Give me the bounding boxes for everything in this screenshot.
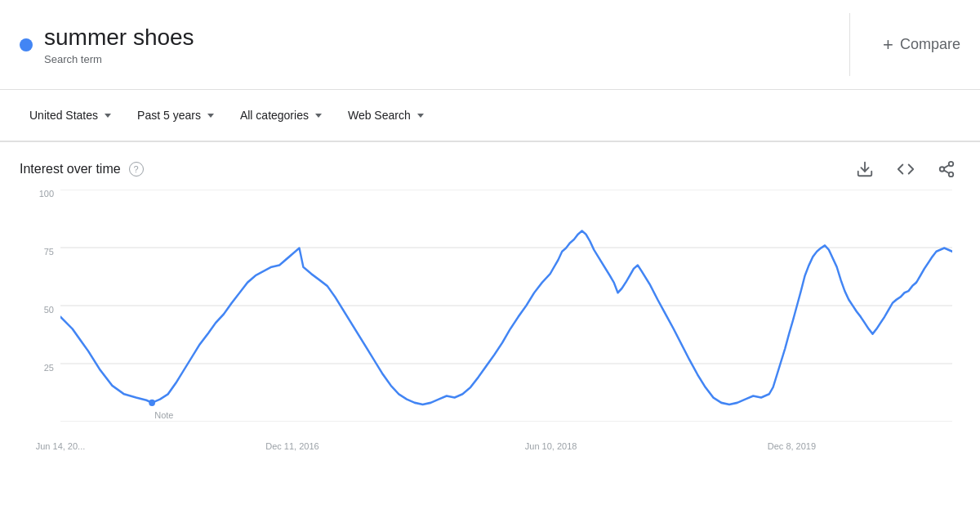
chart-title: Interest over time: [20, 162, 121, 177]
note-label: Note: [154, 410, 173, 420]
time-chevron-icon: [207, 114, 214, 118]
y-label-50: 50: [44, 306, 54, 315]
search-type-label: Web Search: [348, 109, 411, 122]
embed-button[interactable]: [892, 155, 920, 183]
x-label-dec2019: Dec 8, 2019: [768, 441, 816, 451]
chart-header: Interest over time ?: [20, 155, 960, 183]
search-term-section: summer shoes Search term: [20, 13, 850, 76]
chart-title-row: Interest over time ?: [20, 162, 144, 177]
y-label-100: 100: [39, 190, 54, 199]
compare-section: + Compare: [850, 34, 960, 56]
search-type-filter[interactable]: Web Search: [338, 102, 434, 128]
region-chevron-icon: [105, 114, 111, 118]
x-axis-labels: Jun 14, 20... Dec 11, 2016 Jun 10, 2018 …: [60, 423, 952, 451]
help-icon-label: ?: [134, 164, 139, 174]
categories-filter[interactable]: All categories: [230, 102, 332, 128]
time-range-label: Past 5 years: [137, 109, 201, 122]
compare-label: Compare: [900, 36, 960, 53]
download-icon: [856, 160, 874, 178]
chart-actions: [851, 155, 960, 183]
trend-line: [60, 230, 952, 404]
search-type-chevron-icon: [417, 114, 424, 118]
search-term-info: summer shoes Search term: [44, 24, 194, 65]
svg-line-5: [944, 165, 949, 168]
compare-plus-icon: +: [883, 34, 893, 56]
share-button[interactable]: [933, 155, 960, 183]
chart-container: 100 75 50 25 Jun 14, 2: [20, 190, 960, 451]
x-label-dec2016: Dec 11, 2016: [265, 441, 318, 451]
region-label: United States: [29, 109, 98, 122]
header: summer shoes Search term + Compare: [0, 0, 980, 90]
categories-label: All categories: [240, 109, 309, 122]
x-label-start: Jun 14, 20...: [36, 441, 86, 451]
share-icon: [938, 160, 956, 178]
y-axis-labels: 100 75 50 25: [20, 190, 59, 422]
term-color-dot: [20, 38, 33, 51]
y-label-75: 75: [44, 248, 54, 257]
chart-svg: [60, 190, 952, 422]
note-marker: [149, 400, 155, 406]
svg-line-4: [944, 170, 949, 173]
compare-button[interactable]: + Compare: [883, 34, 960, 56]
chart-section: Interest over time ?: [0, 142, 980, 451]
search-term-label: Search term: [44, 53, 194, 65]
download-button[interactable]: [851, 155, 879, 183]
time-range-filter[interactable]: Past 5 years: [127, 102, 224, 128]
embed-icon: [897, 160, 915, 178]
y-label-25: 25: [44, 364, 54, 373]
search-term-title: summer shoes: [44, 24, 194, 51]
filters-bar: United States Past 5 years All categorie…: [0, 90, 980, 142]
x-label-jun2018: Jun 10, 2018: [525, 441, 577, 451]
region-filter[interactable]: United States: [20, 102, 121, 128]
categories-chevron-icon: [315, 114, 322, 118]
chart-drawing-area: [60, 190, 952, 422]
help-icon[interactable]: ?: [129, 162, 144, 177]
